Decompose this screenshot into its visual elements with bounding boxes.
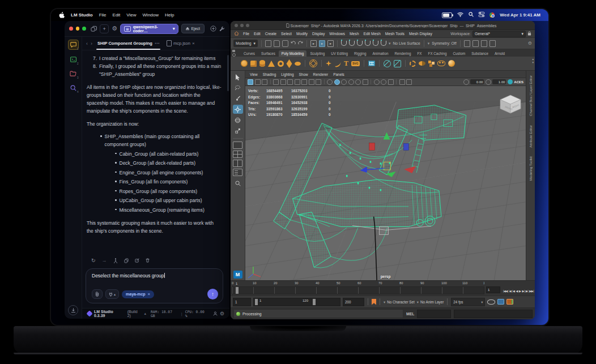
mirror-icon[interactable] [419,61,425,66]
playback-button[interactable]: ◀ [516,289,518,293]
zoom-tool-icon[interactable] [233,179,243,188]
gear-icon[interactable]: ⚙ [528,41,532,46]
safe-action-icon[interactable] [309,79,314,85]
timeline-track[interactable]: 1 [232,286,484,294]
field-chart-icon[interactable] [301,79,307,85]
layout-outliner-icon[interactable] [233,169,242,176]
lock-icon[interactable] [527,31,531,36]
minimize-button[interactable] [240,24,244,27]
svg-tool-icon[interactable]: SVG [351,61,360,66]
playback-speed-icon[interactable] [487,299,495,305]
playback-button[interactable]: |◀ [512,289,514,293]
sidebar-item-my-models[interactable]: 3 [69,69,78,78]
battery-icon[interactable] [442,12,452,18]
select-component-icon[interactable]: ▸ [327,40,334,47]
render-settings-icon[interactable] [481,40,487,47]
shadows-icon[interactable] [355,79,361,85]
shaded-icon[interactable] [334,79,340,85]
downloads-icon[interactable] [68,305,78,315]
revolve-icon[interactable] [410,61,416,67]
render-icon[interactable] [464,40,470,47]
paint-select-tool-icon[interactable] [233,94,243,103]
chat-input-value[interactable]: Deselect the miscellaneous group [92,273,218,279]
set-key-icon[interactable] [372,299,376,305]
new-scene-icon[interactable] [265,40,271,47]
shelf-tab[interactable]: Sculpting [307,50,327,57]
workspace-selector[interactable]: General* ▾ [472,31,526,37]
xray-joints-icon[interactable] [388,79,394,85]
resolution-gate-icon[interactable] [287,79,293,85]
tab-ship-component-grouping[interactable]: SHIP Component Grouping ⋯ [95,37,161,50]
rotate-tool-icon[interactable] [233,115,243,125]
wireframe-icon[interactable] [327,79,333,85]
maya-menu-item[interactable]: Windows [329,32,345,36]
select-tool-icon[interactable] [233,72,243,82]
shelf-tab[interactable]: UV Editing [328,50,351,57]
maya-menu-item[interactable]: Edit Mesh [364,32,381,36]
save-scene-icon[interactable] [282,40,288,47]
shelf-tab[interactable]: FX Caching [425,50,450,57]
playback-button[interactable]: ▶| [522,289,524,293]
panel-menu-item[interactable]: Renderer [313,72,329,76]
tab-attribute-editor[interactable]: Attribute Editor [529,125,533,148]
sidebar-item-search[interactable]: 4 [69,83,78,92]
shelf-tab[interactable]: Substance [469,50,491,57]
current-frame-field[interactable]: 1 [486,286,500,293]
character-set-selector[interactable]: ▾ No Character Set [384,300,415,304]
apple-icon[interactable] [59,12,65,19]
shelf-tab[interactable]: Animation [369,50,391,57]
anim-start-field[interactable]: 1 [233,298,251,306]
range-start-handle[interactable] [255,299,258,305]
panel-menu-item[interactable]: Shading [263,72,276,76]
poly-disc-icon[interactable] [295,62,301,66]
gamma-field[interactable]: 1.00 [492,79,506,84]
snap-point-icon[interactable] [357,41,363,46]
menubar-menu-item[interactable]: Edit [113,12,121,18]
new-chat-button[interactable]: + [100,24,109,33]
playback-button[interactable]: ▶▶| [529,289,534,293]
screen-space-ao-icon[interactable] [363,79,368,85]
chat-input-box[interactable]: Deselect the miscellaneous group ▴ maya-… [86,268,223,303]
scale-tool-icon[interactable] [233,126,243,135]
bookmark-icon[interactable] [255,79,261,85]
separate-icon[interactable] [437,61,445,66]
viewport-canvas[interactable]: Verts: 16854495 16375203 0 Edges: 338036… [245,86,526,280]
view-transform-icon[interactable] [508,79,513,84]
home-icon[interactable] [234,31,239,36]
xray-icon[interactable] [381,79,386,85]
tab-channel-box[interactable]: Channel Box / Layer Editor [529,75,533,116]
type-tool-icon[interactable]: T [344,60,348,67]
chevron-down-icon[interactable]: ▾ [428,41,429,46]
zoom-button[interactable] [82,27,86,31]
browser-icon[interactable] [489,12,495,18]
mcp-badge[interactable]: maya-mcp × [122,290,154,298]
range-slider[interactable]: 1 120 [253,298,340,306]
layout-two-pane-icon[interactable] [233,160,242,167]
shelf-tab[interactable]: Rigging [351,50,369,57]
animation-prefs-icon[interactable] [506,299,513,305]
shelf-tab-active[interactable]: Poly Modeling [279,50,307,57]
maya-menu-item[interactable]: Mesh Display [409,32,432,36]
wifi-icon[interactable] [457,12,463,18]
delete-icon[interactable] [146,258,150,263]
viewport-20-icon[interactable] [399,79,405,85]
image-plane-icon[interactable] [262,79,267,85]
select-hierarchy-icon[interactable]: ▸ [310,40,317,47]
close-button[interactable] [235,24,238,27]
maya-menu-item[interactable]: Display [312,32,325,36]
model-selector[interactable]: ▤ qwen/qwen3-coder… ▾ [120,24,178,34]
gate-mask-icon[interactable] [295,79,300,85]
gear-icon[interactable]: ⚙ [220,311,224,316]
sweep-mesh-icon[interactable] [334,59,342,68]
close-button[interactable] [69,27,73,31]
maya-menu-item[interactable]: Create [265,32,276,36]
remove-mcp-icon[interactable]: × [148,292,150,296]
poly-cylinder-icon[interactable] [259,60,265,67]
playback-button[interactable]: |◀◀ [503,289,508,293]
shelf-tab[interactable]: FX [414,50,424,57]
close-tab-icon[interactable]: × [192,41,195,46]
menubar-clock[interactable]: Wed Apr 1 9:41 AM [500,12,540,18]
panel-menu-item[interactable]: Panels [333,72,344,76]
exposure-icon[interactable] [463,79,469,85]
poly-cone-icon[interactable] [268,61,275,67]
